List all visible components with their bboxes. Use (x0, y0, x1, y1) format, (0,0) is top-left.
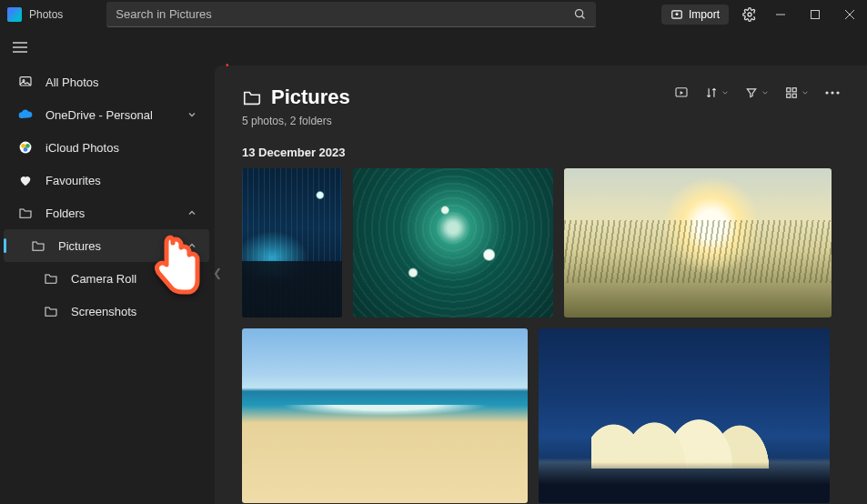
picture-icon (16, 75, 35, 89)
titlebar: Photos Import (0, 0, 867, 29)
svg-point-3 (748, 13, 751, 16)
toolbar-row (0, 29, 867, 66)
folder-icon (242, 88, 262, 106)
app-name: Photos (29, 8, 63, 21)
page-title: Pictures (242, 86, 350, 109)
page-subtitle: 5 photos, 2 folders (242, 115, 350, 127)
svg-point-22 (825, 91, 828, 94)
photo-thumbnail[interactable] (353, 168, 553, 318)
chevron-down-icon (187, 110, 197, 119)
view-button[interactable] (785, 86, 809, 99)
chevron-up-icon (187, 241, 197, 250)
sidebar: All Photos OneDrive - Personal iCloud Ph… (0, 66, 215, 504)
sidebar-item-label: Favourites (45, 174, 101, 187)
search-bar[interactable] (106, 2, 596, 27)
sidebar-item-label: Camera Roll (71, 272, 136, 286)
slideshow-button[interactable] (674, 86, 689, 100)
svg-rect-5 (812, 11, 820, 19)
svg-point-23 (831, 91, 833, 94)
icloud-icon (16, 140, 35, 155)
folder-icon (42, 272, 60, 285)
thumbnail-grid (242, 168, 840, 503)
photo-thumbnail[interactable] (242, 168, 342, 318)
content-toolbar (674, 86, 840, 100)
marker-dot: • (226, 60, 229, 70)
sidebar-item-label: Pictures (58, 239, 101, 253)
svg-point-16 (24, 147, 28, 152)
sidebar-item-label: All Photos (45, 76, 99, 89)
sidebar-item-label: Folders (45, 207, 85, 220)
sidebar-item-label: OneDrive - Personal (45, 108, 153, 122)
cloud-icon (16, 109, 35, 120)
sidebar-item-screenshots[interactable]: Screenshots (4, 295, 209, 328)
sidebar-item-pictures[interactable]: Pictures (4, 229, 209, 262)
sidebar-item-label: Screenshots (71, 305, 136, 318)
settings-button[interactable] (736, 7, 763, 22)
svg-point-24 (836, 91, 839, 94)
sidebar-item-favourites[interactable]: Favourites (4, 164, 209, 197)
minimize-button[interactable] (763, 0, 798, 29)
svg-point-14 (21, 144, 25, 148)
import-label: Import (689, 8, 720, 21)
sort-button[interactable] (705, 86, 729, 99)
sidebar-item-all-photos[interactable]: All Photos (4, 66, 209, 98)
sidebar-item-folders[interactable]: Folders (4, 197, 209, 229)
svg-point-0 (576, 10, 583, 17)
app-icon (7, 7, 22, 22)
svg-rect-18 (787, 88, 791, 92)
sidebar-item-onedrive[interactable]: OneDrive - Personal (4, 98, 209, 131)
svg-point-15 (25, 144, 30, 148)
date-group-header: 13 December 2023 (242, 146, 840, 159)
photo-thumbnail[interactable] (564, 168, 832, 318)
import-icon (670, 8, 683, 21)
chevron-up-icon (187, 208, 197, 217)
sidebar-item-camera-roll[interactable]: Camera Roll (4, 262, 209, 295)
sidebar-item-label: iCloud Photos (45, 141, 119, 155)
pane-resize-grip[interactable]: ❮ (215, 264, 220, 282)
search-input[interactable] (116, 7, 573, 21)
maximize-button[interactable] (798, 0, 832, 29)
svg-rect-21 (792, 94, 796, 97)
folder-icon (29, 239, 47, 252)
svg-rect-20 (787, 94, 791, 97)
photo-thumbnail[interactable] (539, 328, 830, 503)
sidebar-item-icloud[interactable]: iCloud Photos (4, 131, 209, 164)
import-button[interactable]: Import (661, 5, 729, 25)
content-area: Pictures 5 photos, 2 folders 13 December… (215, 66, 867, 504)
photo-thumbnail[interactable] (242, 328, 528, 503)
filter-button[interactable] (745, 86, 769, 99)
more-button[interactable] (825, 90, 840, 96)
svg-line-1 (582, 16, 585, 19)
folder-icon (16, 207, 35, 219)
search-icon[interactable] (573, 7, 587, 21)
svg-rect-19 (792, 88, 796, 92)
heart-icon (16, 173, 35, 187)
folder-icon (42, 305, 60, 318)
hamburger-button[interactable] (9, 36, 31, 58)
close-button[interactable] (832, 0, 867, 29)
